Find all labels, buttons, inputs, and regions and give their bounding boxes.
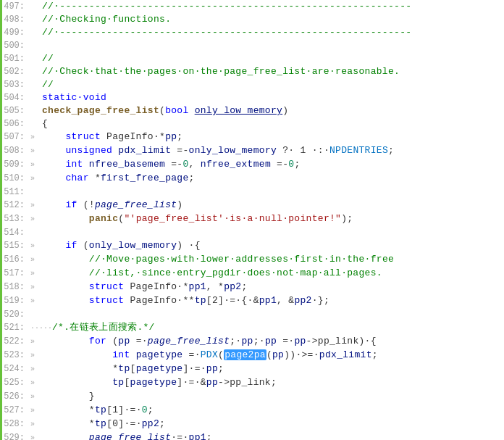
plain-text: ;: [159, 418, 165, 429]
line-number: 518:: [1, 281, 30, 294]
code-line: 498://·Checking·functions.: [0, 13, 504, 26]
keyword: struct: [65, 131, 101, 142]
plain-text: [: [124, 377, 130, 388]
line-number: 502:: [1, 65, 30, 78]
line-number: 509:: [1, 158, 30, 171]
line-number: 523:: [1, 349, 30, 362]
code-content: panic("'page_free_list'·is·a·null·pointe…: [42, 212, 503, 225]
comment: /*.在链表上面搜索.*/: [52, 322, 155, 333]
code-content: *tp[pagetype]·=·pp;: [42, 362, 503, 375]
line-number: 529:: [1, 431, 30, 440]
code-line: 504:static·void: [0, 91, 504, 104]
param: nfree_basemem: [89, 159, 165, 170]
line-number: 524:: [1, 362, 30, 375]
code-content: struct PageInfo·*pp1, *pp2;: [42, 281, 503, 294]
macro: NPDENTRIES: [329, 145, 388, 156]
plain-text: , &: [277, 295, 294, 306]
param: pdx_limit: [319, 349, 372, 360]
plain-text: *: [42, 418, 95, 429]
plain-text: ?· 1 ·:·: [277, 145, 329, 156]
plain-text: [1]·=·: [106, 404, 142, 415]
keyword: bool: [165, 105, 188, 116]
code-content: for (pp =·page_free_list;·pp;·pp =·pp->p…: [42, 335, 503, 348]
fold-icon: »: [30, 213, 42, 226]
keyword: if: [65, 240, 77, 251]
code-line: 526:» }: [0, 390, 504, 404]
line-number: 501:: [1, 52, 30, 65]
keyword: if: [65, 199, 77, 210]
fold-icon: »: [30, 391, 42, 404]
plain-text: (!: [77, 199, 95, 210]
param: pp: [206, 377, 218, 388]
italic-var: page_free_list: [95, 199, 177, 210]
line-number: 510:: [1, 172, 30, 185]
param: pp2: [224, 281, 241, 292]
number: 0: [182, 159, 188, 170]
plain-text: PageInfo·**: [124, 295, 194, 306]
string-literal: "'page_free_list'·is·a·null·pointer!": [124, 213, 341, 224]
param: only_low_memory: [89, 240, 177, 251]
code-content: {: [42, 117, 503, 130]
fold-icon: »: [30, 254, 42, 267]
code-line: 515:» if (only_low_memory) ·{: [0, 239, 504, 253]
code-content: int pagetype =·PDX(page2pa(pp))·>=·pdx_l…: [42, 349, 503, 362]
param: pp: [118, 336, 130, 346]
plain-text: [42, 131, 65, 142]
fold-icon: »: [30, 145, 42, 158]
line-number: 525:: [1, 376, 30, 389]
code-content: unsigned pdx_limit =-only_low_memory ?· …: [42, 144, 503, 157]
param: tp: [195, 295, 206, 306]
plain-text: ;: [148, 404, 154, 415]
code-line: 519:» struct PageInfo·**tp[2]·=·{·&pp1, …: [0, 294, 504, 308]
comment: //: [42, 53, 54, 64]
plain-text: [0]·=·: [106, 418, 142, 429]
code-line: 506:{: [0, 117, 504, 130]
code-lines: 497://·---------------------------------…: [0, 0, 504, 440]
plain-text: =-: [271, 159, 288, 170]
comment: //·Checking·functions.: [42, 14, 171, 25]
fold-icon: »: [30, 199, 42, 212]
code-line: 500:: [0, 39, 504, 52]
line-number: 498:: [1, 13, 30, 26]
comment: //·-------------------------------------…: [42, 1, 411, 12]
param: tp: [112, 377, 124, 388]
fold-icon: »: [30, 349, 42, 362]
code-line: 503://: [0, 78, 504, 91]
line-number: 497:: [1, 0, 30, 13]
plain-text: ->pp_link;: [218, 377, 277, 388]
fold-icon: »: [30, 336, 42, 349]
param: tp: [118, 363, 130, 374]
code-line: 497://·---------------------------------…: [0, 0, 504, 13]
fold-icon: »: [30, 159, 42, 172]
code-line: 509:» int nfree_basemem =-0, nfree_extme…: [0, 158, 504, 172]
plain-text: [42, 432, 89, 440]
plain-text: [42, 145, 65, 156]
plain-text: =·: [182, 349, 200, 360]
plain-text: ): [282, 105, 288, 116]
code-line: 520:: [0, 308, 504, 321]
line-number: 507:: [1, 130, 30, 144]
code-line: 527:» *tp[1]·=·0;: [0, 404, 504, 418]
plain-text: =-: [165, 159, 182, 170]
param: pp: [206, 363, 218, 374]
plain-text: [42, 295, 89, 306]
line-number: 504:: [1, 91, 30, 104]
plain-text: [130, 349, 136, 360]
param: pagetype: [136, 349, 183, 360]
plain-text: *: [89, 173, 101, 183]
plain-text: ): [177, 199, 182, 210]
left-bar: [0, 0, 2, 440]
code-line: 525:» tp[pagetype]·=·&pp->pp_link;: [0, 376, 504, 390]
fold-icon: »: [30, 267, 42, 281]
plain-text: }: [42, 391, 95, 402]
code-content: /*.在链表上面搜索.*/: [52, 321, 503, 334]
plain-text: [42, 336, 89, 346]
param: pdx_limit: [118, 145, 171, 156]
code-line: 502://·Check·that·the·pages·on·the·page_…: [0, 65, 504, 78]
code-content: //·-------------------------------------…: [42, 26, 503, 39]
keyword: static·void: [42, 92, 106, 103]
comment: //·Check·that·the·pages·on·the·page_free…: [42, 66, 400, 77]
code-line: 517:» //·list,·since·entry_pgdir·does·no…: [0, 267, 504, 281]
highlighted-token: page2pa: [224, 349, 266, 360]
code-content: page_free_list·=·pp1;: [42, 431, 503, 440]
